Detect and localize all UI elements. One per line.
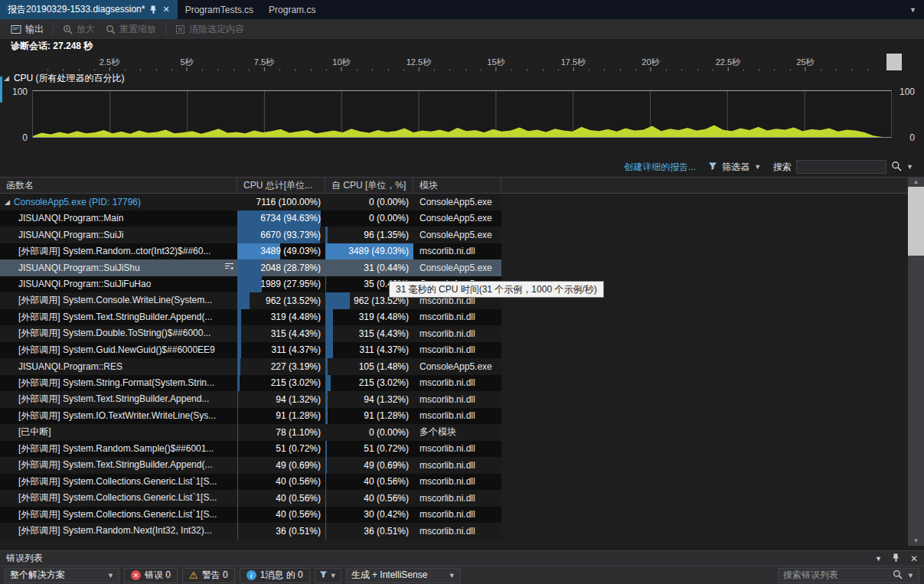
search-options-caret-icon[interactable]: ▼	[906, 163, 913, 171]
table-row[interactable]: [外部调用] System.String.Format(System.Strin…	[0, 375, 501, 392]
cpu-value-cell: 36 (0.51%)	[237, 523, 325, 540]
scope-dropdown[interactable]: 整个解决方案 ▼	[5, 568, 119, 583]
search-input[interactable]	[796, 160, 886, 174]
function-name-cell: [外部调用] System.Text.StringBuilder.Append.…	[0, 391, 237, 408]
error-list-title-bar[interactable]: 错误列表 ▼ ✕	[0, 551, 924, 566]
table-row[interactable]: JISUANQI.Program::Main6734 (94.63%)0 (0.…	[0, 210, 501, 227]
column-header-module[interactable]: 模块	[413, 178, 501, 193]
cpu-usage-chart[interactable]: 100 0 100 0	[0, 85, 924, 145]
function-name: [外部调用] System.Collections.Generic.List`1…	[18, 508, 217, 521]
table-row[interactable]: [外部调用] System.Guid.NewGuid()$##6000EE931…	[0, 342, 501, 359]
clear-selection-button[interactable]: 清除选定内容	[171, 21, 249, 38]
chevron-down-icon: ▼	[754, 163, 761, 171]
table-row[interactable]: [外部调用] System.Collections.Generic.List`1…	[0, 490, 501, 507]
function-name: JISUANQI.Program::SuiJi	[18, 230, 123, 240]
search-group: 搜索 ▼	[773, 160, 913, 174]
ruler-minor-tick	[589, 69, 589, 71]
table-row[interactable]: [外部调用] System.Text.StringBuilder.Append(…	[0, 309, 501, 326]
table-row[interactable]: [外部调用] System.Double.ToString()$##6000..…	[0, 325, 501, 342]
zoom-in-button[interactable]: 放大	[58, 21, 100, 38]
cpu-plot-area[interactable]	[32, 90, 892, 138]
cpu-section-header[interactable]: ◢ CPU (所有处理器的百分比)	[0, 71, 924, 85]
function-name-cell: [外部调用] System.Text.StringBuilder.Append(…	[0, 309, 237, 326]
function-name: [外部调用] System.IO.TextWriter.WriteLine(Sy…	[18, 409, 216, 423]
table-row[interactable]: [外部调用] System.Random..ctor(Int32)$##60..…	[0, 243, 501, 260]
timeline-ruler[interactable]: 2.5秒5秒7.5秒10秒12.5秒15秒17.5秒20秒22.5秒25秒	[0, 53, 924, 71]
cpu-value-cell: 40 (0.56%)	[237, 474, 325, 491]
cpu-value-cell: 6734 (94.63%)	[237, 210, 325, 227]
function-name-cell: JISUANQI.Program::SuiJiFuHao	[0, 276, 237, 293]
table-row[interactable]: JISUANQI.Program::RES227 (3.19%)105 (1.4…	[0, 358, 501, 375]
function-name-cell: JISUANQI.Program::SuiJi	[0, 227, 237, 243]
messages-filter-button[interactable]: i 1消息 的 0	[240, 568, 310, 583]
scroll-down-icon[interactable]: ▼	[908, 536, 924, 546]
function-name: [外部调用] System.Guid.NewGuid()$##6000EE9	[18, 344, 215, 357]
pin-icon[interactable]	[150, 5, 157, 14]
column-header-total-cpu[interactable]: CPU 总计[单位...	[237, 178, 325, 193]
search-options-caret-icon[interactable]: ▼	[907, 572, 914, 579]
tab-diagsession-report[interactable]: 报告20190329-1533.diagsession* ✕	[0, 0, 178, 19]
error-list-toolbar: 整个解决方案 ▼ ✕ 错误 0 ⚠ 警告 0 i 1消息 的 0 ▼ 生成 + …	[0, 566, 924, 584]
ruler-minor-tick	[543, 69, 544, 71]
ruler-tick: 5秒	[180, 57, 193, 71]
cpu-value-cell: 94 (1.32%)	[325, 391, 413, 408]
ruler-scroll-thumb[interactable]	[886, 54, 902, 70]
ruler-tick: 10秒	[332, 57, 350, 71]
errors-filter-button[interactable]: ✕ 错误 0	[124, 568, 178, 583]
info-icon: i	[247, 570, 256, 580]
cpu-value-cell: 319 (4.48%)	[325, 309, 413, 326]
output-button[interactable]: 输出	[6, 21, 48, 38]
collapse-triangle-icon[interactable]: ◢	[4, 74, 9, 82]
go-to-source-icon[interactable]	[224, 262, 234, 273]
error-list-panel: 错误列表 ▼ ✕ 整个解决方案 ▼ ✕ 错误 0 ⚠ 警告 0 i 1消息	[0, 550, 924, 584]
scroll-up-icon[interactable]: ▲	[908, 177, 924, 187]
cpu-value-cell: 0 (0.00%)	[325, 424, 413, 441]
ruler-minor-tick	[372, 69, 373, 71]
table-row[interactable]: [外部调用] System.Random.Sample()$##6001...5…	[0, 441, 501, 458]
close-icon[interactable]: ✕	[910, 553, 918, 564]
search-icon[interactable]	[891, 161, 902, 174]
table-row[interactable]: ◢ConsoleApp5.exe (PID: 17796)7116 (100.0…	[0, 194, 501, 210]
table-row[interactable]: [外部调用] System.Collections.Generic.List`1…	[0, 507, 501, 524]
table-row[interactable]: [外部调用] System.IO.TextWriter.WriteLine(Sy…	[0, 408, 501, 425]
create-detailed-report-link[interactable]: 创建详细的报告...	[624, 161, 696, 174]
search-placeholder: 搜索错误列表	[783, 569, 888, 582]
search-icon[interactable]	[893, 569, 903, 582]
filter-columns-button[interactable]: ▼	[315, 568, 341, 583]
cpu-bar	[325, 474, 326, 491]
filter-dropdown[interactable]: 筛选器 ▼	[708, 161, 761, 174]
table-row[interactable]: [外部调用] System.Text.StringBuilder.Append(…	[0, 457, 501, 474]
table-row[interactable]: [外部调用] System.Text.StringBuilder.Append.…	[0, 391, 501, 408]
warnings-filter-button[interactable]: ⚠ 警告 0	[182, 568, 235, 583]
pin-icon[interactable]	[893, 553, 900, 564]
vertical-scrollbar[interactable]: ▲ ▼	[908, 177, 924, 546]
column-header-self-cpu[interactable]: 自 CPU [单位，%]	[325, 178, 413, 193]
cpu-bar	[325, 325, 333, 342]
table-row[interactable]: [外部调用] System.Collections.Generic.List`1…	[0, 474, 501, 491]
table-row[interactable]: JISUANQI.Program::SuiJi6670 (93.73%)96 (…	[0, 227, 501, 243]
ruler-minor-tick	[558, 69, 559, 71]
table-row[interactable]: [外部调用] System.Random.Next(Int32, Int32).…	[0, 523, 501, 540]
tab-list-caret-icon[interactable]: ▼	[902, 6, 924, 14]
function-name-cell: JISUANQI.Program::SuiJiShu	[0, 259, 237, 276]
table-row[interactable]: [已中断]78 (1.10%)0 (0.00%)多个模块	[0, 424, 501, 441]
tab-programtests[interactable]: ProgramTests.cs	[178, 0, 261, 19]
close-icon[interactable]: ✕	[162, 5, 169, 15]
function-name[interactable]: ConsoleApp5.exe (PID: 17796)	[14, 197, 141, 207]
source-dropdown[interactable]: 生成 + IntelliSense ▼	[346, 568, 461, 583]
expander-icon[interactable]: ◢	[5, 198, 10, 206]
window-menu-caret-icon[interactable]: ▼	[875, 555, 882, 563]
table-body: ◢ConsoleApp5.exe (PID: 17796)7116 (100.0…	[0, 194, 924, 540]
reset-zoom-button[interactable]: 重置缩放	[101, 21, 161, 38]
module-cell: ConsoleApp5.exe	[413, 194, 501, 210]
cpu-bar	[325, 309, 333, 326]
error-list-search-box[interactable]: 搜索错误列表 ▼	[778, 568, 919, 583]
funnel-icon	[708, 161, 717, 173]
column-header-function[interactable]: 函数名	[0, 178, 237, 193]
cpu-chart-svg	[33, 91, 891, 137]
tab-program[interactable]: Program.cs	[261, 0, 323, 19]
scrollbar-thumb[interactable]	[908, 187, 924, 256]
ruler-minor-tick	[449, 69, 450, 71]
table-row[interactable]: JISUANQI.Program::SuiJiShu2048 (28.78%)3…	[0, 259, 501, 276]
reset-zoom-label: 重置缩放	[119, 23, 156, 36]
